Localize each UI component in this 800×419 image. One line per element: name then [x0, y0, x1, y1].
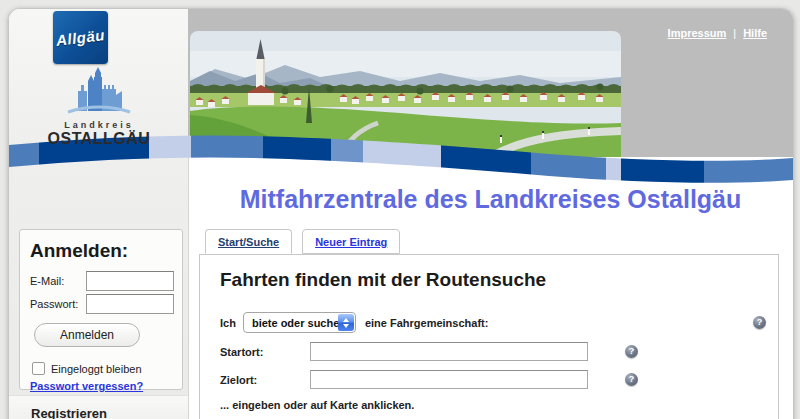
remember-label: Eingeloggt bleiben	[51, 363, 142, 375]
impressum-link[interactable]: Impressum	[668, 27, 727, 39]
zielort-input[interactable]	[310, 370, 588, 389]
email-label: E-Mail:	[30, 275, 86, 287]
login-box: Anmelden: E-Mail: Passwort: Anmelden Ein…	[19, 229, 183, 390]
ich-label: Ich	[220, 317, 236, 329]
register-section-header[interactable]: Registrieren	[9, 395, 188, 419]
mode-select[interactable]: biete oder suche	[243, 312, 356, 333]
allgaeu-logo[interactable]: Allgäu	[53, 11, 108, 64]
allgaeu-logo-text: Allgäu	[55, 26, 106, 49]
page-title: Mitfahrzentrale des Landkreises Ostallgä…	[188, 185, 793, 214]
search-panel: Fahrten finden mit der Routensuche Ich b…	[199, 254, 779, 419]
tab-neuer-eintrag[interactable]: Neuer Eintrag	[302, 229, 400, 254]
landkreis-label: Landkreis	[29, 120, 169, 130]
login-heading: Anmelden:	[30, 240, 128, 262]
remember-checkbox[interactable]	[32, 362, 45, 375]
landkreis-ostallgaeu-logo[interactable]: Landkreis OSTALLGÄU	[29, 65, 169, 148]
register-label: Registrieren	[31, 406, 107, 419]
email-field[interactable]	[86, 271, 174, 291]
mode-select-value: biete oder suche	[252, 317, 339, 329]
tab-bar: Start/Suche Neuer Eintrag	[205, 229, 400, 254]
link-separator: |	[733, 27, 736, 39]
select-stepper-icon	[338, 314, 354, 331]
zielort-label: Zielort:	[220, 374, 310, 386]
password-field[interactable]	[86, 294, 174, 314]
help-icon[interactable]: ?	[625, 345, 638, 358]
ostallgaeu-label: OSTALLGÄU	[29, 130, 169, 148]
help-icon[interactable]: ?	[753, 316, 766, 329]
password-label: Passwort:	[30, 298, 86, 310]
login-submit-button[interactable]: Anmelden	[34, 323, 140, 347]
map-hint-text: ... eingeben oder auf Karte anklicken.	[220, 399, 778, 411]
startort-input[interactable]	[310, 342, 588, 361]
tab-start-suche[interactable]: Start/Suche	[205, 229, 292, 254]
castle-icon	[64, 65, 134, 115]
panel-heading: Fahrten finden mit der Routensuche	[220, 269, 778, 291]
forgot-password-link[interactable]: Passwort vergessen?	[30, 380, 143, 392]
hilfe-link[interactable]: Hilfe	[743, 27, 767, 39]
header-links: Impressum|Hilfe	[668, 27, 767, 39]
page-card: Impressum|Hilfe Allgäu Landkreis OSTALLG…	[8, 8, 794, 419]
after-select-label: eine Fahrgemeinschaft:	[365, 317, 488, 329]
startort-label: Startort:	[220, 346, 310, 358]
help-icon[interactable]: ?	[625, 373, 638, 386]
